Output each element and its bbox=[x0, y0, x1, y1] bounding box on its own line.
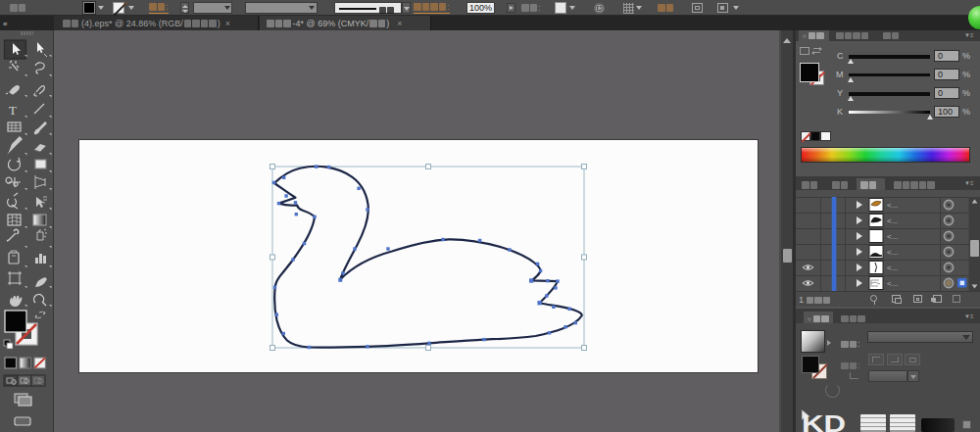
svg-text:T: T bbox=[9, 103, 17, 118]
svg-text:<...: <... bbox=[887, 279, 898, 288]
svg-text:<...: <... bbox=[887, 264, 898, 272]
svg-text:<...: <... bbox=[887, 232, 898, 241]
svg-text:<...: <... bbox=[887, 248, 898, 257]
svg-text:<...: <... bbox=[887, 201, 898, 210]
svg-text:<...: <... bbox=[887, 216, 898, 225]
